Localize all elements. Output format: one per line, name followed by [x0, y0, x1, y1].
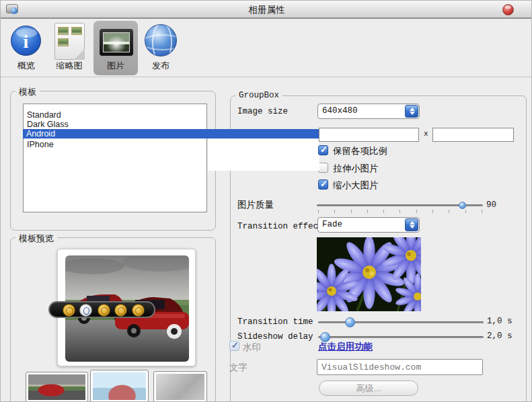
template-list[interactable]: Standard Dark Glass IPhone [23, 104, 207, 212]
close-button[interactable] [502, 4, 514, 15]
thumbnail-image [156, 374, 204, 400]
preview-nav-button-1[interactable] [63, 304, 75, 317]
thumbnail-image [28, 374, 85, 400]
photo-landscape-glyph [103, 32, 130, 52]
album-properties-dialog: 相册属性 概览 缩略图 图片 发布 模板 Standard Dark Glass… [0, 0, 532, 402]
transition-time-slider-handle[interactable] [345, 317, 355, 327]
advanced-button[interactable]: 高级... [319, 380, 418, 396]
quality-tick-marks [318, 210, 482, 213]
toolbar-item-publish[interactable]: 发布 [143, 60, 178, 72]
thumbnail-glyph [58, 27, 69, 35]
settings-group-title: GroupBox [235, 91, 282, 100]
quality-slider-handle[interactable] [459, 202, 466, 209]
flowers-graphic [317, 237, 421, 311]
transition-effect-label: Transition effect [237, 222, 324, 231]
image-size-value: 640x480 [322, 106, 358, 116]
keep-ratio-checkbox[interactable] [318, 145, 328, 155]
transition-effect-combobox[interactable]: Fade [317, 217, 420, 233]
overview-info-icon[interactable] [11, 26, 41, 56]
transition-time-value: 1,0 s [487, 317, 512, 326]
transition-time-slider-track[interactable] [318, 321, 484, 323]
toolbar: 概览 缩略图 图片 发布 [1, 20, 532, 77]
publish-globe-icon[interactable] [145, 24, 177, 56]
slideshow-delay-slider-track[interactable] [318, 336, 484, 338]
watermark-text-input[interactable] [317, 359, 483, 375]
custom-width-input[interactable] [319, 128, 419, 142]
preview-control-bar [48, 301, 155, 318]
preview-nav-button-4[interactable] [114, 304, 127, 317]
transition-time-label: Transition time [237, 317, 313, 327]
image-size-combobox[interactable]: 640x480 [317, 104, 420, 119]
preview-thumbnail-1[interactable] [26, 372, 88, 402]
dialog-title: 相册属性 [1, 4, 532, 16]
effect-preview-image [317, 237, 421, 311]
transition-effect-value: Fade [322, 220, 342, 229]
combo-stepper-icon[interactable] [405, 218, 418, 231]
stretch-small-checkbox[interactable] [318, 163, 328, 173]
preview-nav-button-2[interactable] [79, 304, 92, 317]
list-item-standard[interactable]: Standard [24, 110, 206, 120]
quality-value: 90 [486, 200, 496, 210]
template-group-title: 模板 [15, 86, 40, 98]
list-item-iphone[interactable]: IPhone [24, 140, 206, 149]
keep-ratio-label: 保留各项比例 [333, 145, 387, 157]
stretch-small-label: 拉伸小图片 [333, 163, 379, 175]
toolbar-item-overview[interactable]: 概览 [9, 60, 44, 72]
preview-thumbnail-3[interactable] [153, 371, 207, 402]
quality-label: 图片质量 [237, 199, 274, 211]
preview-group-title: 模板预览 [15, 233, 57, 245]
list-item-dark-glass[interactable]: Dark Glass [24, 120, 206, 129]
preview-thumbnail-2[interactable] [90, 370, 149, 402]
slideshow-delay-value: 2,0 s [487, 331, 512, 341]
thumbnails-icon[interactable] [54, 23, 85, 60]
enable-feature-link[interactable]: 点击启用功能 [318, 341, 373, 353]
thumbnail-glyph [58, 38, 69, 46]
toolbar-item-thumbnails[interactable]: 缩略图 [48, 60, 91, 72]
custom-height-input[interactable] [432, 128, 514, 142]
slideshow-delay-label: Slideshow delay [237, 332, 313, 341]
toolbar-item-images[interactable]: 图片 [93, 60, 138, 72]
quality-slider-track[interactable] [317, 204, 483, 206]
watermark-checkbox[interactable] [229, 341, 239, 351]
list-item-android-selected[interactable]: Android [23, 129, 319, 138]
watermark-label: 水印 [243, 341, 261, 354]
text-label: 文字 [229, 362, 248, 374]
thumbnail-image [93, 372, 146, 400]
preview-nav-button-3[interactable] [98, 304, 110, 317]
shrink-large-checkbox[interactable] [318, 179, 328, 190]
shrink-large-label: 缩小大图片 [333, 179, 379, 192]
image-size-label: Image size [237, 107, 288, 116]
thumbnail-glyph [71, 27, 82, 35]
preview-nav-button-5[interactable] [132, 304, 145, 317]
title-bar: 相册属性 [1, 1, 532, 19]
images-photo-icon[interactable] [100, 29, 133, 56]
size-separator-label: x [424, 130, 428, 138]
combo-stepper-icon[interactable] [405, 105, 418, 118]
